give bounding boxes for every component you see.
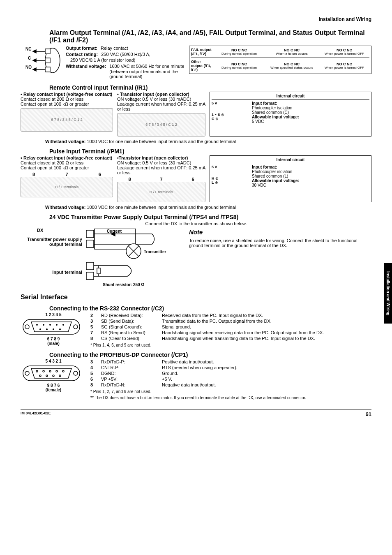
remote-trans-heading: • Transistor input (open collector) bbox=[117, 92, 205, 97]
svg-marker-46 bbox=[31, 368, 71, 378]
svg-point-54 bbox=[53, 375, 54, 377]
remote-trans-v1: ON voltage: 0.5 V or less (30 mADC) bbox=[117, 97, 205, 102]
rs232-footnote: * Pins 1, 4, 6, and 9 are not used. bbox=[90, 343, 371, 347]
svg-text:C: C bbox=[28, 56, 31, 60]
pulse-trans-v1: ON voltage: 0.5 V or less (30 mADC) bbox=[117, 160, 205, 165]
pulse-trans-heading: •Transistor input (open collector) bbox=[117, 155, 205, 160]
svg-marker-9 bbox=[33, 68, 36, 71]
rs232-top-pins: 1 2 3 4 5 bbox=[21, 312, 86, 317]
svg-rect-20 bbox=[86, 272, 94, 280]
svg-point-40 bbox=[46, 328, 48, 330]
rs232-title: Connecting to the RS-232 Connector (/C2) bbox=[49, 305, 371, 312]
svg-point-41 bbox=[53, 328, 54, 330]
page-header: Installation and Wiring bbox=[21, 16, 371, 24]
withstand-value: 1600 VAC at 50/60 Hz for one minute (bet… bbox=[109, 64, 185, 79]
rs232-connector-icon bbox=[21, 317, 82, 337]
pulse-withstand-v: 1000 VDC for one minute between input te… bbox=[87, 205, 236, 210]
note-heading: Note bbox=[189, 229, 203, 236]
serial-title: Serial Interface bbox=[21, 294, 371, 301]
profibus-bot-pins: 9 8 7 6 bbox=[21, 383, 86, 388]
pulse-relay-v2: Contact open at 100 kΩ or greater bbox=[21, 165, 113, 170]
rs232-gender: (male) bbox=[21, 341, 86, 346]
svg-marker-7 bbox=[33, 59, 36, 62]
svg-point-56 bbox=[25, 371, 29, 375]
contact-rating-value2: 250 VDC/0.1 A (for resistor load) bbox=[70, 58, 185, 63]
page-footer: IM 04L42B01-02E 61 bbox=[21, 409, 371, 417]
svg-point-39 bbox=[39, 328, 41, 330]
pulse-trans-v2: Leakage current when turned OFF: 0.25 mA… bbox=[117, 165, 205, 175]
svg-rect-23 bbox=[97, 268, 100, 274]
svg-point-49 bbox=[49, 370, 51, 372]
pulse-trans-diagram: H / L terminals bbox=[117, 182, 205, 202]
svg-point-50 bbox=[56, 370, 58, 372]
pulse-internal-box: Internal circuit 5 V H ⊗ L ⊗ Input forma… bbox=[210, 155, 371, 202]
svg-text:DX: DX bbox=[37, 229, 44, 233]
contact-rating-value1: 250 VAC (50/60 Hz)/3 A, bbox=[101, 52, 185, 57]
profibus-title: Connecting to the PROFIBUS-DP Connector … bbox=[49, 352, 371, 358]
svg-point-51 bbox=[62, 370, 64, 372]
svg-point-53 bbox=[46, 375, 48, 377]
doc-id: IM 04L42B01-02E bbox=[21, 411, 51, 417]
svg-point-37 bbox=[56, 324, 58, 326]
profibus-fn2: ** The DX does not have a built-in termi… bbox=[90, 395, 371, 400]
pulse-relay-v1: Contact closed at 200 Ω or less bbox=[21, 160, 113, 165]
svg-point-38 bbox=[62, 324, 64, 326]
svg-point-43 bbox=[25, 325, 29, 329]
svg-rect-16 bbox=[86, 240, 94, 247]
svg-point-35 bbox=[43, 324, 44, 326]
rs232-pin-table: 2RD (Received Data):Received data from t… bbox=[90, 312, 327, 341]
remote-relay-heading: • Relay contact input (voltage-free cont… bbox=[21, 92, 113, 97]
note-body: To reduce noise, use a shielded cable fo… bbox=[189, 238, 371, 248]
remote-relay-v2: Contact open at 100 kΩ or greater bbox=[21, 102, 113, 106]
svg-rect-18 bbox=[86, 262, 94, 270]
profibus-gender: (female) bbox=[21, 388, 86, 392]
alarm-terminal-diagram: NC C NO bbox=[21, 46, 62, 75]
svg-text:Current: Current bbox=[107, 229, 122, 234]
profibus-pin-table: 3RxD/TxD-P:Positive data input/output. 4… bbox=[90, 359, 241, 388]
remote-internal-box: Internal circuit 5 V 1 ~ 8 ⊗ C ⊗ Input f… bbox=[210, 92, 371, 136]
pulse-withstand-k: Withstand voltage: bbox=[45, 205, 85, 210]
fail-output-table: FAIL output (/F1, /F2) NO C NCDuring nor… bbox=[189, 46, 371, 74]
withstand-label: Withstand voltage: bbox=[66, 64, 106, 79]
alarm-title: Alarm Output Terminal (/A1, /A2, /A3, /A… bbox=[49, 29, 371, 44]
output-format-label: Output format: bbox=[66, 46, 97, 51]
svg-rect-1 bbox=[45, 49, 50, 54]
svg-point-52 bbox=[39, 375, 41, 377]
output-format-value: Relay contact bbox=[101, 46, 185, 51]
svg-text:NO: NO bbox=[25, 65, 32, 69]
svg-point-36 bbox=[49, 324, 51, 326]
pulse-relay-heading: • Relay contact input (voltage-free cont… bbox=[21, 155, 113, 160]
svg-marker-33 bbox=[31, 322, 71, 332]
remote-relay-diagram: 6 7 8 / 3 4 5 / C 1 2 bbox=[21, 108, 113, 132]
remote-trans-diagram: 6 7 8 / 3 4 5 / C 1 2 bbox=[117, 113, 205, 136]
svg-text:Transmitter: Transmitter bbox=[144, 250, 166, 254]
pulse-title: Pulse Input Terminal (/PM1) bbox=[49, 148, 371, 155]
svg-text:Shunt resistor: 250 Ω: Shunt resistor: 250 Ω bbox=[103, 282, 144, 287]
svg-point-34 bbox=[36, 324, 38, 326]
tps-title: 24 VDC Transmitter Power Supply Output T… bbox=[49, 214, 371, 220]
profibus-connector-icon bbox=[21, 363, 82, 383]
remote-title: Remote Control Input Terminal (/R1) bbox=[49, 84, 371, 91]
tps-subtitle: Connect the DX to the transmitter as sho… bbox=[21, 221, 371, 226]
svg-rect-14 bbox=[86, 230, 94, 238]
svg-rect-2 bbox=[45, 58, 50, 63]
profibus-top-pins: 5 4 3 2 1 bbox=[21, 359, 86, 363]
svg-rect-3 bbox=[45, 67, 50, 72]
svg-point-57 bbox=[74, 371, 78, 375]
svg-point-48 bbox=[43, 370, 44, 372]
remote-trans-v2: Leakage current when turned OFF: 0.25 mA… bbox=[117, 102, 205, 111]
svg-marker-5 bbox=[33, 50, 36, 53]
side-tab: Installation and Wiring bbox=[384, 263, 392, 324]
page-number: 61 bbox=[366, 411, 371, 417]
remote-withstand-k: Withstand voltage: bbox=[45, 139, 85, 144]
remote-relay-v1: Contact closed at 200 Ω or less bbox=[21, 97, 113, 102]
svg-point-44 bbox=[74, 325, 78, 329]
pulse-relay-diagram: H / L terminals bbox=[21, 177, 113, 197]
profibus-fn1: * Pins 1, 2, 7, and 9 are not used. bbox=[90, 389, 371, 394]
rs232-bot-pins: 6 7 8 9 bbox=[21, 337, 86, 341]
svg-point-42 bbox=[59, 328, 61, 330]
svg-point-47 bbox=[36, 370, 38, 372]
svg-text:NC: NC bbox=[25, 47, 31, 51]
svg-point-55 bbox=[59, 375, 61, 377]
remote-withstand-v: 1000 VDC for one minute between input te… bbox=[87, 139, 236, 144]
